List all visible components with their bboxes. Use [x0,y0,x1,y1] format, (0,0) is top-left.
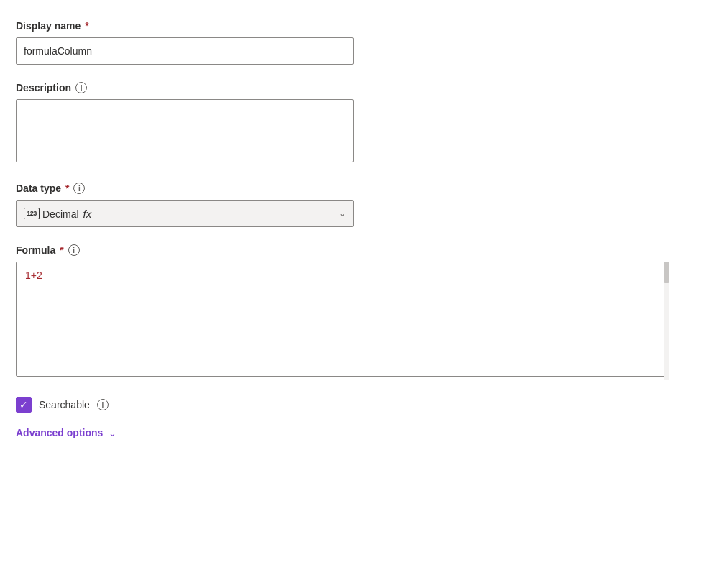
advanced-options-text: Advanced options [16,427,103,438]
description-label-text: Description [16,82,71,93]
formula-input[interactable]: 1+2 [16,262,669,377]
searchable-label: Searchable [39,399,90,410]
data-type-label: Data type * i [16,183,685,194]
display-name-label-text: Display name [16,20,81,32]
formula-area-wrapper: 1+2 [16,262,669,380]
description-label: Description i [16,82,685,93]
display-name-input[interactable] [16,37,354,65]
formula-scrollbar-thumb [664,262,669,283]
advanced-options-chevron-icon: ⌄ [109,428,116,438]
advanced-options-row[interactable]: Advanced options ⌄ [16,427,685,438]
form-container: Display name * Description i Data type *… [16,20,685,438]
formula-label: Formula * i [16,244,685,256]
formula-scrollbar-track [664,262,669,380]
searchable-checkbox[interactable]: ✓ [16,397,32,413]
data-type-chevron-icon: ⌄ [339,208,346,219]
formula-field: Formula * i 1+2 [16,244,685,380]
data-type-label-text: Data type [16,183,61,194]
checkmark-icon: ✓ [19,400,28,410]
searchable-info-icon[interactable]: i [97,399,109,410]
formula-required-star: * [60,244,63,256]
number-box-icon: 123 [24,208,40,219]
data-type-field: Data type * i 123 Decimal fx ⌄ [16,183,685,227]
display-name-field: Display name * [16,20,685,65]
fx-icon: fx [83,208,91,220]
data-type-dropdown[interactable]: 123 Decimal fx ⌄ [16,200,354,227]
description-input[interactable] [16,99,354,162]
data-type-selected-value: Decimal fx [42,208,91,220]
data-type-dropdown-icon: 123 Decimal fx [24,208,91,220]
display-name-required-star: * [85,20,88,32]
data-type-required-star: * [65,183,69,194]
display-name-label: Display name * [16,20,685,32]
formula-label-text: Formula [16,244,55,256]
searchable-row: ✓ Searchable i [16,397,685,413]
formula-info-icon[interactable]: i [68,244,80,256]
description-info-icon[interactable]: i [75,82,87,93]
data-type-info-icon[interactable]: i [73,183,85,194]
description-field: Description i [16,82,685,165]
